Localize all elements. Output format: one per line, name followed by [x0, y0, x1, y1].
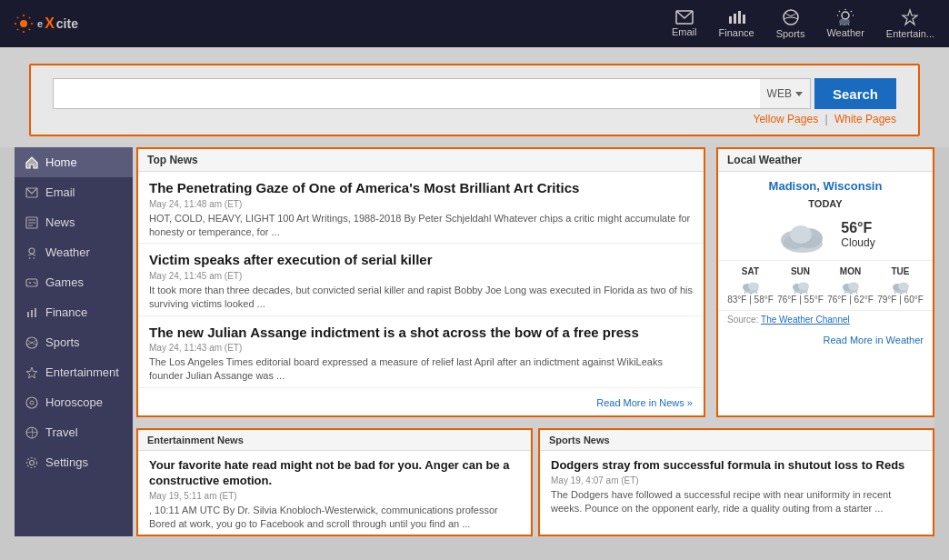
sidebar-item-horoscope[interactable]: Horoscope: [15, 387, 133, 417]
news-item-2[interactable]: Victim speaks after execution of serial …: [138, 244, 704, 315]
svg-point-31: [29, 248, 35, 254]
search-button[interactable]: Search: [814, 78, 896, 109]
news-title-3: The new Julian Assange indictment is a s…: [149, 324, 693, 342]
svg-point-15: [842, 12, 849, 19]
sports-icon: [782, 8, 800, 26]
white-pages-link[interactable]: White Pages: [834, 113, 896, 125]
sidebar-item-entertainment[interactable]: Entertainment: [15, 357, 133, 387]
entertainment-icon: [25, 366, 38, 379]
search-input[interactable]: [53, 78, 760, 109]
sidebar-item-home[interactable]: Home: [15, 147, 133, 177]
news-item-1[interactable]: The Penetrating Gaze of One of America's…: [138, 172, 704, 244]
settings-icon: [25, 456, 38, 469]
nav-sports[interactable]: Sports: [776, 8, 805, 39]
sports-snippet: The Dodgers have followed a successful r…: [551, 488, 922, 516]
svg-point-44: [26, 397, 37, 408]
svg-rect-11: [734, 14, 736, 24]
forecast-tue: TUE 79°F | 60°F: [877, 266, 924, 305]
svg-line-5: [17, 17, 18, 18]
svg-rect-12: [738, 11, 741, 24]
sidebar-item-sports[interactable]: Sports: [15, 327, 133, 357]
entertainment-date: May 19, 5:11 am (ET): [149, 491, 520, 501]
logo[interactable]: eXcite: [15, 15, 78, 33]
nav-icons: Email Finance Sports: [672, 8, 934, 39]
svg-line-33: [34, 257, 35, 259]
svg-line-57: [756, 292, 757, 294]
sports-header: Sports News: [540, 430, 933, 451]
nav-weather[interactable]: Weather: [826, 9, 864, 38]
forecast-tue-icon: [891, 278, 911, 295]
forecast-sun-icon: [791, 278, 811, 295]
svg-line-73: [894, 292, 895, 294]
svg-rect-13: [743, 15, 745, 24]
news-snippet-3: The Los Angeles Times editorial board ex…: [149, 355, 693, 384]
svg-point-37: [34, 281, 35, 283]
svg-point-66: [848, 283, 859, 291]
nav-entertainment[interactable]: Entertain...: [886, 8, 934, 39]
news-icon: [25, 216, 38, 229]
svg-line-6: [29, 17, 30, 18]
read-more-news-link[interactable]: Read More in News »: [596, 397, 693, 408]
entertainment-title[interactable]: Your favorite hate read might not be bad…: [149, 458, 520, 489]
sports-title[interactable]: Dodgers stray from successful formula in…: [551, 458, 922, 474]
weather-today-block: 56°F Cloudy: [718, 209, 933, 260]
svg-line-8: [29, 29, 30, 30]
horoscope-icon: [25, 396, 38, 409]
finance-icon: [25, 306, 38, 319]
top-news-header: Top News: [138, 149, 704, 172]
weather-location[interactable]: Madison, Wisconsin: [718, 172, 933, 195]
svg-line-75: [906, 292, 907, 294]
weather-channel-link[interactable]: The Weather Channel: [761, 315, 850, 325]
svg-line-7: [17, 29, 18, 30]
weather-panel: Local Weather Madison, Wisconsin TODAY 5…: [716, 147, 934, 417]
travel-icon: [25, 426, 38, 439]
svg-marker-43: [26, 367, 37, 378]
news-snippet-2: It took more than three decades, but con…: [149, 284, 693, 312]
yellow-pages-link[interactable]: Yellow Pages: [754, 113, 819, 125]
news-date-1: May 24, 11:48 am (ET): [149, 199, 693, 209]
news-date-2: May 24, 11:45 am (ET): [149, 271, 693, 281]
svg-rect-41: [35, 308, 36, 317]
sidebar-item-news[interactable]: News: [15, 207, 133, 237]
news-date-3: May 24, 11:43 am (ET): [149, 343, 693, 353]
sidebar-item-settings[interactable]: Settings: [15, 447, 133, 477]
entertainment-header: Entertainment News: [138, 430, 531, 451]
svg-point-60: [798, 283, 809, 291]
search-type-selector[interactable]: WEB: [760, 78, 811, 109]
sidebar: Home Email News Weat: [15, 147, 133, 536]
nav-email[interactable]: Email: [672, 10, 697, 37]
sidebar-item-email[interactable]: Email: [15, 177, 133, 207]
entertainment-card: Entertainment News Your favorite hate re…: [136, 428, 533, 537]
search-links: Yellow Pages | White Pages: [53, 113, 896, 125]
home-icon: [25, 156, 38, 169]
read-more-weather-link[interactable]: Read More in Weather: [824, 335, 924, 345]
forecast-sat: SAT 83°F | 58°F: [727, 266, 774, 305]
news-item-3[interactable]: The new Julian Assange indictment is a s…: [138, 316, 704, 388]
bottom-cards: Entertainment News Your favorite hate re…: [136, 428, 934, 537]
weather-cloud-icon: [775, 215, 830, 255]
sidebar-item-weather[interactable]: Weather: [15, 237, 133, 267]
news-snippet-1: HOT, COLD, HEAVY, LIGHT 100 Art Writings…: [149, 212, 693, 240]
sidebar-item-games[interactable]: Games: [15, 267, 133, 297]
games-icon: [25, 276, 38, 289]
forecast-mon-icon: [841, 278, 861, 295]
svg-point-42: [26, 337, 37, 348]
sidebar-item-finance[interactable]: Finance: [15, 297, 133, 327]
weather-read-more-row: Read More in Weather: [718, 328, 933, 353]
svg-point-0: [20, 20, 27, 27]
read-more-row: Read More in News »: [138, 388, 704, 415]
svg-point-47: [27, 457, 37, 467]
svg-line-61: [794, 292, 795, 294]
top-news-panel: Top News The Penetrating Gaze of One of …: [136, 147, 705, 417]
news-title-1: The Penetrating Gaze of One of America's…: [149, 179, 693, 197]
weather-forecast: SAT 83°F | 58°F: [718, 260, 933, 310]
sidebar-item-travel[interactable]: Travel: [15, 417, 133, 447]
logo-sun-icon: [15, 15, 33, 33]
svg-line-69: [856, 292, 857, 294]
weather-today-label: TODAY: [718, 198, 933, 209]
svg-rect-10: [729, 16, 732, 24]
svg-line-18: [851, 11, 852, 12]
news-title-2: Victim speaks after execution of serial …: [149, 251, 693, 269]
search-area: WEB Search Yellow Pages | White Pages: [29, 64, 920, 136]
nav-finance[interactable]: Finance: [718, 9, 754, 38]
